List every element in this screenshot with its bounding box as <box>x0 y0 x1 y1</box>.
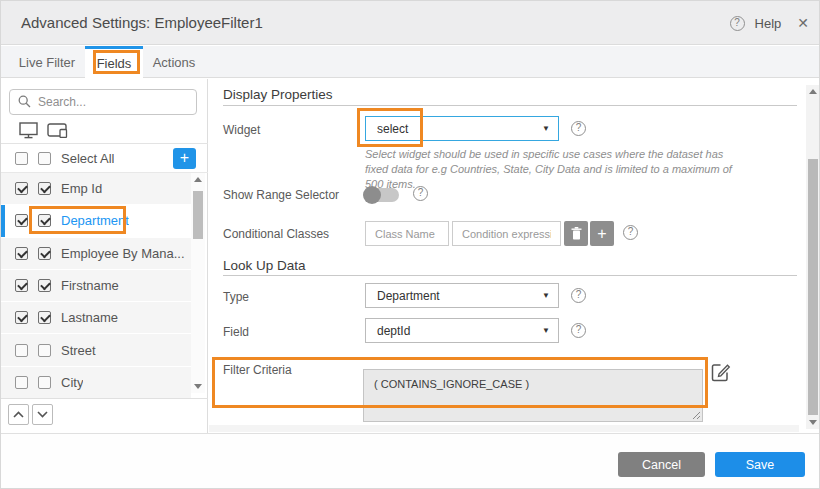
caret-down-icon: ▼ <box>542 124 550 133</box>
scroll-down-arrow[interactable] <box>809 420 817 425</box>
field-label: Firstname <box>61 278 119 293</box>
widget-hint-text: Select widget should be used in specific… <box>365 147 737 192</box>
chevron-up-icon <box>13 411 24 418</box>
tab-fields[interactable]: Fields <box>85 46 143 78</box>
scroll-down-arrow[interactable] <box>194 384 202 389</box>
caret-down-icon: ▼ <box>542 291 550 300</box>
select-all-label: Select All <box>61 151 114 166</box>
field-checkbox-web[interactable] <box>15 376 28 389</box>
display-properties-header: Display Properties <box>223 87 333 102</box>
type-label: Type <box>223 290 249 304</box>
list-item[interactable]: Emp Id <box>1 173 191 205</box>
field-checkbox-mobile[interactable] <box>38 247 51 260</box>
range-selector-help-icon[interactable]: ? <box>413 186 428 201</box>
conditional-classes-help-icon[interactable]: ? <box>623 225 638 240</box>
close-icon[interactable]: ✕ <box>797 15 809 31</box>
field-value: deptId <box>377 324 410 338</box>
field-checkbox-web[interactable] <box>15 182 28 195</box>
dialog-title: Advanced Settings: EmployeeFilter1 <box>21 14 263 31</box>
cancel-button[interactable]: Cancel <box>618 452 705 477</box>
desktop-icon[interactable] <box>19 122 38 139</box>
field-checkbox-mobile[interactable] <box>38 279 51 292</box>
help-link[interactable]: Help <box>755 16 782 31</box>
show-range-selector-toggle[interactable] <box>365 188 399 202</box>
field-checkbox-mobile[interactable] <box>38 376 51 389</box>
horizontal-scrollbar[interactable] <box>209 425 799 432</box>
properties-panel: Display Properties Widget select ▼ ? Sel… <box>209 79 806 433</box>
mobile-tablet-icon[interactable] <box>47 123 68 138</box>
field-select[interactable]: deptId ▼ <box>365 318 559 343</box>
add-field-button[interactable]: + <box>173 148 196 169</box>
list-item[interactable]: Employee By Mana... <box>1 238 191 270</box>
class-name-input[interactable] <box>365 221 449 246</box>
show-range-selector-label: Show Range Selector <box>223 188 339 202</box>
list-item[interactable]: City <box>1 367 191 399</box>
widget-select[interactable]: select ▼ <box>365 116 559 141</box>
main-scrollbar[interactable] <box>806 85 819 429</box>
type-value: Department <box>377 289 440 303</box>
move-up-button[interactable] <box>8 404 29 425</box>
section-divider <box>223 105 797 106</box>
dialog-footer: Cancel Save <box>1 433 820 489</box>
filter-criteria-label: Filter Criteria <box>223 363 292 377</box>
look-up-data-header: Look Up Data <box>223 258 306 273</box>
list-item[interactable]: Department <box>1 205 191 237</box>
scrollbar-thumb[interactable] <box>193 191 203 239</box>
scroll-up-arrow[interactable] <box>194 177 202 182</box>
advanced-settings-dialog: Advanced Settings: EmployeeFilter1 ? Hel… <box>0 0 820 489</box>
toggle-knob <box>363 186 381 204</box>
trash-icon <box>571 227 582 240</box>
type-select[interactable]: Department ▼ <box>365 283 559 308</box>
tab-bar: Live Filter Fields Actions <box>1 46 820 78</box>
list-item[interactable]: Firstname <box>1 270 191 302</box>
field-checkbox-mobile[interactable] <box>38 182 51 195</box>
edit-criteria-icon[interactable] <box>711 362 731 382</box>
conditional-classes-label: Conditional Classes <box>223 227 329 241</box>
list-item[interactable]: Lastname <box>1 302 191 334</box>
field-label: Field <box>223 325 249 339</box>
section-divider <box>223 275 797 276</box>
tab-actions[interactable]: Actions <box>143 46 205 78</box>
save-button[interactable]: Save <box>715 452 805 477</box>
select-all-row: Select All + <box>1 145 208 173</box>
field-label: Lastname <box>61 310 118 325</box>
select-all-checkbox-web[interactable] <box>15 152 28 165</box>
field-checkbox-web[interactable] <box>15 214 28 227</box>
field-label: Department <box>61 213 129 228</box>
field-list: Emp IdDepartmentEmployee By Mana...First… <box>1 173 208 399</box>
widget-value: select <box>377 122 408 136</box>
field-label: Employee By Mana... <box>61 246 185 261</box>
field-label: Street <box>61 343 96 358</box>
field-checkbox-mobile[interactable] <box>38 344 51 357</box>
sidebar-scrollbar[interactable] <box>191 173 205 393</box>
type-help-icon[interactable]: ? <box>571 288 586 303</box>
field-checkbox-mobile[interactable] <box>38 311 51 324</box>
filter-criteria-value: ( CONTAINS_IGNORE_CASE ) <box>374 378 529 390</box>
move-down-button[interactable] <box>32 404 53 425</box>
field-help-icon[interactable]: ? <box>571 323 586 338</box>
chevron-down-icon <box>37 411 48 418</box>
select-all-checkbox-mobile[interactable] <box>38 152 51 165</box>
field-label: City <box>61 375 83 390</box>
field-label: Emp Id <box>61 181 102 196</box>
widget-help-icon[interactable]: ? <box>571 121 586 136</box>
scrollbar-thumb[interactable] <box>808 159 818 415</box>
widget-label: Widget <box>223 123 260 137</box>
resize-handle-icon[interactable] <box>692 411 701 420</box>
delete-class-button[interactable] <box>564 221 588 246</box>
list-item[interactable]: Street <box>1 334 191 366</box>
filter-criteria-field[interactable]: ( CONTAINS_IGNORE_CASE ) <box>363 369 703 422</box>
dialog-header: Advanced Settings: EmployeeFilter1 ? Hel… <box>1 1 820 45</box>
condition-expression-input[interactable] <box>452 221 561 246</box>
field-checkbox-mobile[interactable] <box>38 214 51 227</box>
field-checkbox-web[interactable] <box>15 279 28 292</box>
add-class-button[interactable]: + <box>590 221 614 246</box>
field-checkbox-web[interactable] <box>15 311 28 324</box>
scroll-up-arrow[interactable] <box>809 89 817 94</box>
search-icon <box>18 95 31 108</box>
help-icon[interactable]: ? <box>730 16 745 31</box>
field-checkbox-web[interactable] <box>15 344 28 357</box>
field-checkbox-web[interactable] <box>15 247 28 260</box>
tab-live-filter[interactable]: Live Filter <box>9 46 85 78</box>
search-input[interactable] <box>9 89 197 115</box>
